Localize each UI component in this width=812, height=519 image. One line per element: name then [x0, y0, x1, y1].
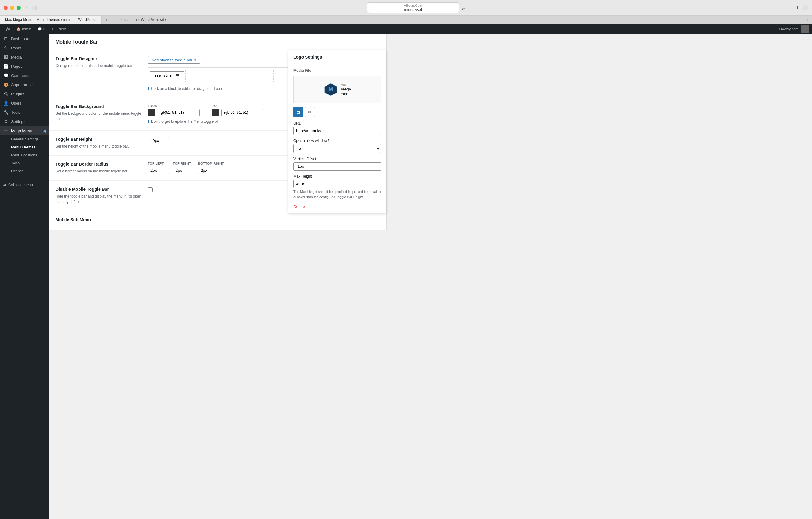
background-info-text: Don't forget to update the Menu toggle b…	[151, 119, 218, 124]
disable-toggle-checkbox[interactable]	[148, 187, 152, 192]
submenu-license[interactable]: License	[0, 167, 49, 175]
logo-menu-text: menu	[341, 91, 351, 96]
mac-back-btn[interactable]: ‹	[26, 5, 27, 10]
top-left-field: TOP LEFT	[148, 162, 169, 174]
sidebar-item-comments[interactable]: 💬 Comments	[0, 71, 49, 80]
wp-layout: ⊞ Dashboard ✎ Posts 🖼 Media 📄 Pages 💬 Co…	[0, 34, 812, 519]
mobile-sub-menu-title: Mobile Sub Menu	[56, 217, 142, 222]
open-new-window-label: Open in new window?	[293, 139, 381, 143]
sidebar-item-mega-menu[interactable]: ☰ Mega Menu ◀	[0, 126, 49, 135]
toggle-bar-height-label: Toggle Bar Height Set the height of the …	[56, 137, 142, 149]
add-block-dropdown-icon: ▾	[194, 58, 196, 62]
content-area: Mobile Toggle Bar Toggle Bar Designer Co…	[49, 34, 387, 231]
vertical-offset-input[interactable]	[293, 162, 381, 171]
mac-reload-btn[interactable]: ↻	[462, 7, 466, 12]
toggle-bar-height-input[interactable]	[148, 137, 169, 145]
toggle-demo-btn[interactable]: TOGGLE ☰	[150, 71, 184, 80]
section-header: Mobile Toggle Bar	[50, 34, 386, 50]
mac-max-btn[interactable]	[17, 6, 21, 10]
logo-delete-action-btn[interactable]: 🗑	[293, 107, 303, 117]
sidebar-label-plugins: Plugins	[11, 92, 24, 96]
admin-bar-site-name[interactable]: 🏠 mmm	[14, 24, 34, 34]
max-height-input[interactable]	[293, 180, 381, 188]
toggle-bar-designer-desc: Configure the contents of the mobile tog…	[56, 63, 142, 68]
logo-panel-title: Logo Settings	[293, 55, 322, 60]
mac-nav-btns: ‹ ›	[26, 5, 29, 10]
mac-close-btn[interactable]	[4, 6, 8, 10]
mac-chrome: ‹ › ⬜ Allieun.Com mmm.local ↻ ⬆ ⬜	[0, 0, 812, 16]
sidebar-label-posts: Posts	[11, 46, 21, 50]
delete-link[interactable]: Delete	[293, 204, 305, 209]
new-plus-icon: +	[52, 27, 54, 31]
browser-tab-1[interactable]: Max Mega Menu – Menu Themes ‹ mmm — Word…	[0, 16, 102, 24]
toggle-bar-border-radius-label: Toggle Bar Border Radius Set a border ra…	[56, 162, 142, 174]
disable-mobile-toggle-title: Disable Mobile Toggle Bar	[56, 187, 142, 192]
top-right-input[interactable]	[173, 166, 194, 174]
appearance-icon: 🎨	[3, 82, 8, 87]
top-left-label: TOP LEFT	[148, 162, 169, 165]
from-color-swatch[interactable]	[148, 109, 155, 116]
admin-bar-comments[interactable]: 💬 0	[35, 24, 48, 34]
max-height-field: Max Height The Max Height should be spec…	[293, 174, 381, 200]
submenu-tools[interactable]: Tools	[0, 159, 49, 167]
submenu-menu-themes[interactable]: Menu Themes	[0, 143, 49, 151]
mega-menu-arrow-icon: ◀	[43, 128, 46, 133]
browser-new-tab-btn[interactable]: +	[804, 16, 812, 24]
logo-max-text: max	[341, 84, 351, 87]
mac-share-btn[interactable]: ⬆	[796, 5, 800, 10]
submenu-general-settings[interactable]: General Settings	[0, 135, 49, 143]
mac-forward-btn[interactable]: ›	[28, 5, 30, 10]
admin-bar-howdy[interactable]: Howdy, tom	[777, 27, 801, 31]
logo-panel-body: Media File M max	[288, 64, 386, 213]
logo-panel-header: Logo Settings	[288, 50, 386, 64]
sidebar-label-mega-menu: Mega Menu	[11, 128, 32, 133]
sidebar-item-appearance[interactable]: 🎨 Appearance	[0, 80, 49, 89]
sidebar-label-comments: Comments	[11, 73, 30, 78]
bottom-right-field: BOTTOM RIGHT	[198, 162, 224, 174]
sidebar-item-pages[interactable]: 📄 Pages	[0, 62, 49, 71]
logo-mega-text: mega	[341, 87, 351, 91]
url-input[interactable]	[293, 127, 381, 135]
sidebar-item-media[interactable]: 🖼 Media	[0, 53, 49, 62]
wp-logo-btn[interactable]: W	[3, 24, 12, 34]
open-new-window-select[interactable]: No Yes	[293, 144, 381, 153]
sidebar-item-users[interactable]: 👤 Users	[0, 98, 49, 108]
bottom-right-label: BOTTOM RIGHT	[198, 162, 224, 165]
logo-edit-action-btn[interactable]: ✏	[305, 107, 315, 117]
mobile-toggle-bar-section: Mobile Toggle Bar Toggle Bar Designer Co…	[49, 34, 387, 231]
sidebar-item-posts[interactable]: ✎ Posts	[0, 43, 49, 53]
toggle-bar-background-label: Toggle Bar Background Set the background…	[56, 104, 142, 124]
logo-actions: 🗑 ✏	[293, 107, 381, 117]
mac-window-mode-btn[interactable]: ⬜	[32, 5, 37, 10]
admin-avatar[interactable]: T	[801, 25, 809, 33]
sidebar-item-dashboard[interactable]: ⊞ Dashboard	[0, 34, 49, 43]
dashboard-icon: ⊞	[3, 36, 8, 41]
to-color-input[interactable]	[221, 109, 264, 116]
info-icon: ℹ	[148, 87, 149, 91]
sidebar-item-tools[interactable]: 🔧 Tools	[0, 108, 49, 117]
bottom-right-input[interactable]	[198, 166, 220, 174]
sidebar-item-settings[interactable]: ⚙ Settings	[0, 117, 49, 126]
mac-right-btns: ⬆ ⬜	[796, 5, 808, 10]
sidebar-item-plugins[interactable]: 🔌 Plugins	[0, 89, 49, 98]
collapse-menu-label: Collapse menu	[8, 183, 33, 187]
comments-icon: 💬	[37, 27, 42, 31]
mac-min-btn[interactable]	[10, 6, 14, 10]
add-block-btn[interactable]: Add block to toggle bar ▾	[148, 56, 200, 64]
wp-logo-icon: W	[5, 26, 10, 32]
toggle-bar-background-title: Toggle Bar Background	[56, 104, 142, 109]
top-left-input[interactable]	[148, 166, 169, 174]
top-right-label: TOP RIGHT	[173, 162, 194, 165]
svg-text:M: M	[329, 87, 333, 93]
tools-icon: 🔧	[3, 110, 8, 115]
mac-address-inner[interactable]: Allieun.Com mmm.local	[367, 2, 459, 13]
mac-sidebar-btn[interactable]: ⬜	[803, 5, 808, 10]
collapse-menu-btn[interactable]: ◀ Collapse menu	[0, 180, 49, 189]
to-color-swatch[interactable]	[212, 109, 220, 116]
sidebar-label-appearance: Appearance	[11, 83, 32, 87]
from-color-input[interactable]	[157, 109, 200, 116]
admin-bar-new-btn[interactable]: + + New	[49, 24, 68, 34]
submenu-menu-locations[interactable]: Menu Locations	[0, 151, 49, 159]
mega-menu-icon: ☰	[3, 128, 8, 133]
browser-tab-2[interactable]: mmm – Just another WordPress site	[102, 16, 804, 24]
